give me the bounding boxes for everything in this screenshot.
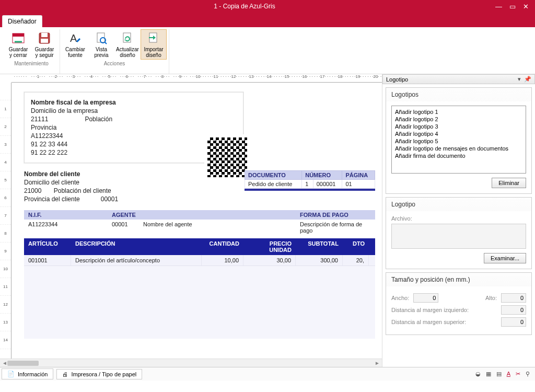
meta-val-doc: Pedido de cliente <box>245 180 302 189</box>
browse-button[interactable]: Examinar... <box>484 253 526 263</box>
title-bar: 1 - Copia de Azul-Gris — ▭ ✕ <box>0 0 535 13</box>
logo-list-item[interactable]: Añadir logotipo 3 <box>395 123 522 130</box>
preview-icon <box>94 31 109 45</box>
company-name: Nombre fiscal de la empresa <box>31 99 237 106</box>
company-city: Población <box>85 116 112 123</box>
left-input[interactable] <box>501 305 526 315</box>
company-province: Provincia <box>31 124 237 131</box>
page-canvas[interactable]: Nombre fiscal de la empresa Domicilio de… <box>11 83 382 359</box>
logo-list-item[interactable]: Añadir logotipo 5 <box>395 137 522 145</box>
group-label-maintenance: Mantenimiento <box>14 60 49 68</box>
client-zip: 21000 <box>24 187 41 194</box>
left-label: Distancia al margen izquierdo: <box>391 307 469 313</box>
svg-rect-1 <box>13 33 24 37</box>
save-continue-button[interactable]: Guardar y seguir <box>31 29 57 60</box>
top-label: Distancia al margen superior: <box>391 319 466 325</box>
status-printer-button[interactable]: 🖨 Impresora / Tipo de papel <box>56 369 142 379</box>
font-icon: A <box>68 31 83 45</box>
val-payment: Descripción de forma de pago <box>296 220 375 235</box>
info-icon: 📄 <box>7 371 15 377</box>
logo-list[interactable]: Añadir logotipo 1Añadir logotipo 2Añadir… <box>391 106 526 174</box>
logotipo-title: Logotipo <box>386 198 531 211</box>
import-design-button[interactable]: Importar diseño <box>141 29 167 60</box>
save-close-icon <box>11 31 26 45</box>
logo-list-item[interactable]: Añadir logotipo 2 <box>395 116 522 123</box>
save-close-button[interactable]: Guardar y cerrar <box>5 29 31 60</box>
file-preview <box>391 224 526 249</box>
status-icon-2[interactable]: ▦ <box>486 371 491 377</box>
width-input[interactable] <box>413 293 438 303</box>
logo-list-item[interactable]: Añadir logotipo 4 <box>395 130 522 137</box>
status-icon-4[interactable]: A <box>507 371 510 377</box>
logo-list-item[interactable]: Añadir logotipo de mensajes en documento… <box>395 145 522 152</box>
status-icon-3[interactable]: ▤ <box>496 371 502 377</box>
meta-val-num: 000001 <box>313 180 342 189</box>
svg-rect-3 <box>41 33 48 37</box>
items-header: ARTÍCULO DESCRIPCIÓN CANTIDAD PRECIO UNI… <box>24 238 375 255</box>
height-input[interactable] <box>501 293 526 303</box>
change-font-button[interactable]: A Cambiar fuente <box>62 29 88 60</box>
save-icon <box>37 31 52 45</box>
sidebar-dropdown[interactable]: Logotipo ▾ 📌 <box>382 74 535 84</box>
window-title: 1 - Copia de Azul-Gris <box>0 3 489 10</box>
preview-button[interactable]: Vista previa <box>88 29 114 60</box>
maximize-button[interactable]: ▭ <box>509 3 516 10</box>
canvas-scroll[interactable]: Nombre fiscal de la empresa Domicilio de… <box>11 83 382 359</box>
svg-rect-4 <box>41 39 48 43</box>
vertical-ruler: 1234567891011121314 <box>0 83 11 359</box>
panel-logotipos: Logotipos Añadir logotipo 1Añadir logoti… <box>386 87 532 194</box>
meta-val-page: 01 <box>342 180 375 189</box>
logo-list-item[interactable]: Añadir logotipo 1 <box>395 108 522 116</box>
ribbon-group-actions: A Cambiar fuente Vista previa Actualizar… <box>60 29 169 74</box>
company-address: Domicilio de la empresa <box>31 107 237 114</box>
logotipos-title: Logotipos <box>386 88 531 101</box>
minimize-button[interactable]: — <box>495 3 502 10</box>
refresh-icon <box>120 31 135 45</box>
logo-list-item[interactable]: Añadir firma del documento <box>395 152 522 159</box>
refresh-design-button[interactable]: Actualizar diseño <box>114 29 141 60</box>
panel-size-pos: Tamaño y posición (en mm.) Ancho: Alto: … <box>386 272 532 335</box>
items-body[interactable] <box>24 266 375 339</box>
company-block[interactable]: Nombre fiscal de la empresa Domicilio de… <box>24 92 243 163</box>
status-info-button[interactable]: 📄 Información <box>2 368 53 379</box>
meta-hdr-doc: DOCUMENTO <box>245 171 302 180</box>
client-province: Provincia del cliente <box>24 195 80 203</box>
val-nif: A11223344 <box>24 220 108 235</box>
design-area: · · · · · ·· · ·1· · ·· · ·2· · ·· · ·3·… <box>0 74 382 367</box>
tab-designer[interactable]: Diseñador <box>2 15 42 27</box>
tab-strip: Diseñador <box>0 13 535 27</box>
svg-text:A: A <box>70 32 77 44</box>
size-title: Tamaño y posición (en mm.) <box>386 273 531 286</box>
hdr-payment: FORMA DE PAGO <box>296 210 375 220</box>
status-bar: 📄 Información 🖨 Impresora / Tipo de pape… <box>0 367 535 381</box>
status-icon-5[interactable]: ✂ <box>516 371 520 377</box>
hdr-nif: N.I.F. <box>24 210 108 220</box>
horizontal-ruler: · · · · · ·· · ·1· · ·· · ·2· · ·· · ·3·… <box>11 74 382 83</box>
top-input[interactable] <box>501 317 526 327</box>
file-label: Archivo: <box>391 215 526 222</box>
val-agent-code: 00001 <box>108 220 139 235</box>
width-label: Ancho: <box>391 295 409 301</box>
group-label-actions: Acciones <box>104 60 125 68</box>
horizontal-scrollbar[interactable]: ◄► <box>0 359 382 367</box>
height-label: Alto: <box>485 295 497 301</box>
panel-logotipo: Logotipo Archivo: Examinar... <box>386 197 532 269</box>
status-icon-1[interactable]: ◒ <box>475 371 481 377</box>
import-icon <box>146 31 161 45</box>
ribbon-group-maintenance: Guardar y cerrar Guardar y seguir Manten… <box>3 29 60 74</box>
meta-hdr-num: NÚMERO <box>302 171 342 180</box>
printer-icon: 🖨 <box>62 371 68 377</box>
pin-icon[interactable]: ▾ 📌 <box>518 76 531 83</box>
status-icon-6[interactable]: ⚲ <box>526 371 530 377</box>
delete-logo-button[interactable]: Eliminar <box>492 178 526 188</box>
meta-hdr-page: PÁGINA <box>342 171 375 180</box>
ribbon: Guardar y cerrar Guardar y seguir Manten… <box>0 27 535 74</box>
nif-bar[interactable]: N.I.F. AGENTE FORMA DE PAGO A11223344 00… <box>24 210 375 235</box>
company-zip: 21111 <box>31 116 48 123</box>
doc-meta[interactable]: DOCUMENTO NÚMERO PÁGINA Pedido de client… <box>245 170 375 191</box>
client-city: Población del cliente <box>54 187 111 194</box>
items-row[interactable]: 001001 Descripción del artículo/concepto… <box>24 255 375 266</box>
meta-val-serie: 1 <box>302 180 313 189</box>
close-button[interactable]: ✕ <box>523 3 529 10</box>
hdr-agent: AGENTE <box>108 210 139 220</box>
